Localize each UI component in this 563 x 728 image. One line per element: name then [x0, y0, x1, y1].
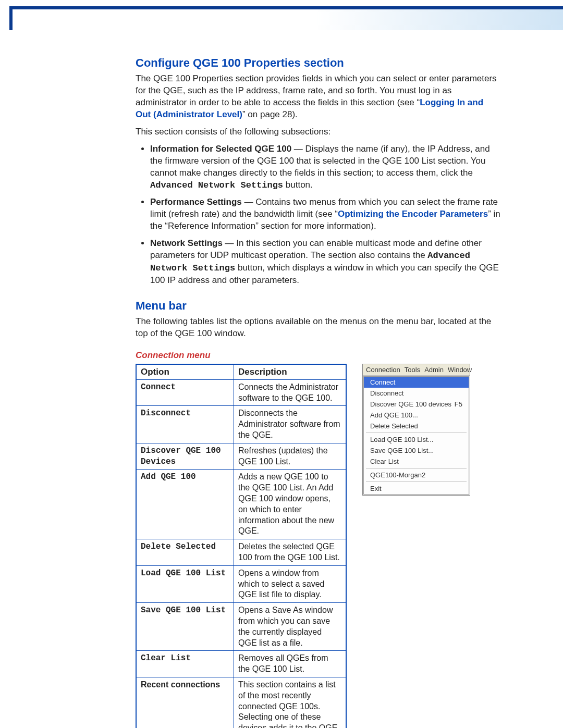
- th-option: Option: [136, 364, 234, 380]
- th-description: Description: [234, 364, 347, 380]
- option-cell: Add QGE 100: [136, 470, 234, 539]
- option-cell: Save QGE 100 List: [136, 603, 234, 651]
- menu-item-label: Save QGE 100 List...: [370, 447, 434, 454]
- bullet-title: Network Settings: [150, 238, 223, 248]
- option-cell: Load QGE 100 List: [136, 565, 234, 602]
- page-content: Configure QGE 100 Properties section The…: [0, 30, 563, 728]
- table-row: Add QGE 100Adds a new QGE 100 to the QGE…: [136, 470, 346, 539]
- text: ” on page 28).: [242, 109, 298, 119]
- table-row: DisconnectDisconnects the Administrator …: [136, 406, 346, 443]
- menu-dropdown: ConnectDisconnectDiscover QGE 100 device…: [363, 376, 469, 495]
- option-cell: Clear List: [136, 651, 234, 677]
- option-cell: Discover QGE 100 Devices: [136, 443, 234, 470]
- option-cell: Disconnect: [136, 406, 234, 443]
- menu-item-label: Connect: [370, 378, 395, 386]
- menu-separator: [366, 433, 467, 433]
- menu-item-label: Disconnect: [370, 389, 403, 397]
- heading-configure: Configure QGE 100 Properties section: [136, 56, 500, 70]
- description-cell: Refreshes (updates) the QGE 100 List.: [234, 443, 347, 470]
- menu-separator: [366, 482, 467, 482]
- list-item: Information for Selected QGE 100 — Displ…: [150, 143, 500, 192]
- menubar-item[interactable]: Admin: [424, 366, 444, 374]
- connection-menu-screenshot: ConnectionToolsAdminWindow ConnectDiscon…: [362, 364, 470, 496]
- menu-item[interactable]: Save QGE 100 List...: [364, 445, 469, 456]
- description-cell: Removes all QGEs from the QGE 100 List.: [234, 651, 347, 677]
- option-cell: Delete Selected: [136, 539, 234, 566]
- table-row: Discover QGE 100 DevicesRefreshes (updat…: [136, 443, 346, 470]
- table-row: Clear ListRemoves all QGEs from the QGE …: [136, 651, 346, 677]
- menu-item[interactable]: Add QGE 100...: [364, 410, 469, 421]
- table-row: Save QGE 100 ListOpens a Save As window …: [136, 603, 346, 651]
- subsections-list: Information for Selected QGE 100 — Displ…: [136, 143, 500, 287]
- table-and-menu-row: Option Description ConnectConnects the A…: [136, 364, 500, 728]
- list-item: Network Settings — In this section you c…: [150, 238, 500, 287]
- menu-item[interactable]: Exit: [364, 483, 469, 494]
- menubar-item[interactable]: Tools: [405, 366, 420, 374]
- menu-item-label: Add QGE 100...: [370, 411, 418, 419]
- table-row: Load QGE 100 ListOpens a window from whi…: [136, 565, 346, 602]
- menu-item-label: Exit: [370, 485, 382, 492]
- description-cell: Adds a new QGE 100 to the QGE 100 List. …: [234, 470, 347, 539]
- menubar-item[interactable]: Connection: [366, 366, 400, 374]
- list-item: Performance Settings — Contains two menu…: [150, 196, 500, 232]
- menubar-item[interactable]: Window: [448, 366, 472, 374]
- paragraph-intro: The QGE 100 Properties section provides …: [136, 73, 500, 121]
- subheading-connection-menu: Connection menu: [136, 350, 500, 361]
- menu-item[interactable]: Disconnect: [364, 388, 469, 399]
- menu-item[interactable]: Discover QGE 100 devicesF5: [364, 399, 469, 410]
- menu-separator: [366, 468, 467, 468]
- bullet-title: Information for Selected QGE 100: [150, 144, 291, 154]
- menu-item[interactable]: QGE100-Morgan2: [364, 470, 469, 480]
- paragraph-subsections-intro: This section consists of the following s…: [136, 126, 500, 138]
- menu-item-label: Load QGE 100 List...: [370, 436, 433, 443]
- link-optimizing[interactable]: Optimizing the Encoder Parameters: [338, 209, 488, 219]
- menu-bar: ConnectionToolsAdminWindow: [363, 364, 470, 376]
- menu-item-label: Discover QGE 100 devices: [370, 400, 451, 408]
- description-cell: Connects the Administrator software to t…: [234, 379, 347, 406]
- paragraph-menubar-intro: The following tables list the options av…: [136, 316, 500, 340]
- menu-item-label: Delete Selected: [370, 422, 418, 430]
- menu-item[interactable]: Connect: [364, 377, 469, 388]
- heading-menu-bar: Menu bar: [136, 299, 500, 313]
- table-row: ConnectConnects the Administrator softwa…: [136, 379, 346, 406]
- page-top-accent: [9, 6, 563, 30]
- table-row: Delete SelectedDeletes the selected QGE …: [136, 539, 346, 566]
- option-cell: Recent connections: [136, 677, 234, 729]
- description-cell: Disconnects the Administrator software f…: [234, 406, 347, 443]
- mono-text: Advanced Network Settings: [150, 180, 283, 190]
- connection-options-table: Option Description ConnectConnects the A…: [136, 364, 347, 728]
- option-cell: Connect: [136, 379, 234, 406]
- menu-item-shortcut: F5: [455, 400, 462, 408]
- description-cell: Opens a window from which to select a sa…: [234, 565, 347, 602]
- menu-item-label: QGE100-Morgan2: [370, 471, 425, 479]
- text: button.: [283, 180, 313, 190]
- menu-item[interactable]: Clear List: [364, 456, 469, 467]
- description-cell: This section contains a list of the most…: [234, 677, 347, 729]
- menu-item[interactable]: Load QGE 100 List...: [364, 434, 469, 445]
- bullet-title: Performance Settings: [150, 197, 242, 207]
- description-cell: Deletes the selected QGE 100 from the QG…: [234, 539, 347, 566]
- table-row: Recent connectionsThis section contains …: [136, 677, 346, 729]
- description-cell: Opens a Save As window from which you ca…: [234, 603, 347, 651]
- menu-item-label: Clear List: [370, 458, 399, 465]
- menu-item[interactable]: Delete Selected: [364, 421, 469, 431]
